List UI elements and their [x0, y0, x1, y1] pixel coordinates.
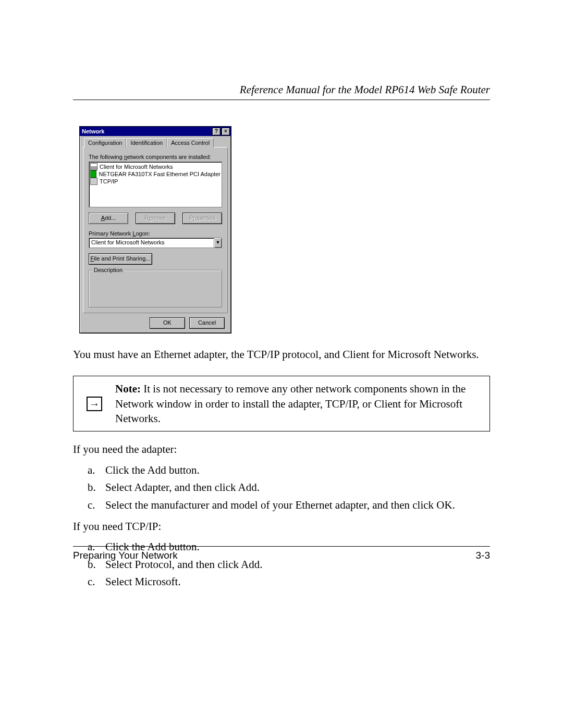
dialog-tabs: Configuration Identification Access Cont…	[83, 138, 228, 147]
help-button[interactable]: ?	[212, 128, 221, 135]
ok-button[interactable]: OK	[150, 317, 185, 329]
close-button[interactable]: ×	[222, 128, 230, 135]
list-item-label: Client for Microsoft Networks	[100, 163, 173, 170]
tab-identification[interactable]: Identification	[126, 138, 167, 147]
header-rule	[73, 100, 490, 100]
list-item-client[interactable]: Client for Microsoft Networks	[90, 163, 221, 170]
components-listbox[interactable]: Client for Microsoft Networks NETGEAR FA…	[89, 162, 222, 207]
network-dialog: Network ? × Configuration Identification…	[79, 126, 231, 334]
properties-button: Properties	[182, 213, 222, 224]
list-item: a.Click the Add button.	[88, 463, 490, 478]
note-text: Note: It is not necessary to remove any …	[115, 376, 489, 431]
dialog-title: Network	[82, 128, 211, 134]
description-groupbox: Description	[89, 270, 222, 307]
dialog-button-row: OK Cancel	[83, 313, 228, 329]
add-button[interactable]: Add...	[89, 213, 128, 224]
protocol-icon	[90, 178, 97, 185]
footer-right: 3-3	[476, 550, 490, 561]
tab-access-control[interactable]: Access Control	[167, 138, 214, 147]
adapter-intro: If you need the adapter:	[73, 442, 490, 457]
file-print-sharing-button[interactable]: File and Print Sharing...	[89, 253, 152, 265]
note-body: It is not necessary to remove any other …	[115, 382, 466, 425]
note-box: → Note: It is not necessary to remove an…	[73, 376, 490, 431]
remove-button: Remove	[136, 213, 175, 224]
list-item-label: TCP/IP	[100, 178, 118, 185]
list-marker: c.	[88, 574, 98, 589]
dialog-titlebar: Network ? ×	[80, 127, 231, 136]
page-footer: Preparing Your Network 3-3	[73, 546, 490, 561]
list-marker: a.	[88, 463, 98, 478]
list-marker: b.	[88, 480, 98, 495]
list-text: Select the manufacturer and model of you…	[105, 498, 455, 513]
list-item: b.Select Adapter, and then click Add.	[88, 480, 490, 495]
note-label: Note:	[115, 382, 141, 395]
list-item-protocol[interactable]: TCP/IP	[90, 178, 221, 185]
description-label: Description	[92, 267, 124, 273]
primary-logon-label: Primary Network Logon:	[89, 230, 222, 237]
page-header-title: Reference Manual for the Model RP614 Web…	[73, 83, 490, 96]
primary-logon-value: Client for Microsoft Networks	[89, 238, 214, 248]
adapter-steps: a.Click the Add button. b.Select Adapter…	[73, 463, 490, 513]
footer-left: Preparing Your Network	[73, 550, 178, 561]
list-marker: c.	[88, 498, 98, 513]
list-text: Select Microsoft.	[105, 574, 181, 589]
tab-configuration[interactable]: Configuration	[84, 138, 126, 148]
footer-rule	[73, 546, 490, 547]
tcpip-intro: If you need TCP/IP:	[73, 519, 490, 534]
primary-logon-combo[interactable]: Client for Microsoft Networks ▼	[89, 238, 222, 248]
paragraph: You must have an Ethernet adapter, the T…	[73, 347, 490, 362]
components-label: The following network components are ins…	[89, 154, 222, 160]
client-icon	[90, 163, 97, 170]
list-item-label: NETGEAR FA310TX Fast Ethernet PCI Adapte…	[99, 170, 221, 178]
note-icon-cell: →	[74, 376, 115, 431]
document-page: Reference Manual for the Model RP614 Web…	[0, 0, 563, 728]
chevron-down-icon[interactable]: ▼	[214, 238, 222, 248]
adapter-icon	[90, 170, 96, 178]
component-button-row: Add... Remove Properties	[89, 213, 222, 224]
list-text: Select Adapter, and then click Add.	[105, 480, 260, 495]
tab-panel: The following network components are ins…	[83, 147, 228, 313]
dialog-body: Configuration Identification Access Cont…	[80, 136, 231, 333]
cancel-button[interactable]: Cancel	[189, 317, 225, 329]
arrow-right-icon: →	[87, 397, 102, 411]
list-item-adapter[interactable]: NETGEAR FA310TX Fast Ethernet PCI Adapte…	[90, 170, 221, 178]
list-item: c.Select Microsoft.	[88, 574, 490, 589]
list-item: c.Select the manufacturer and model of y…	[88, 498, 490, 513]
list-text: Click the Add button.	[105, 463, 200, 478]
